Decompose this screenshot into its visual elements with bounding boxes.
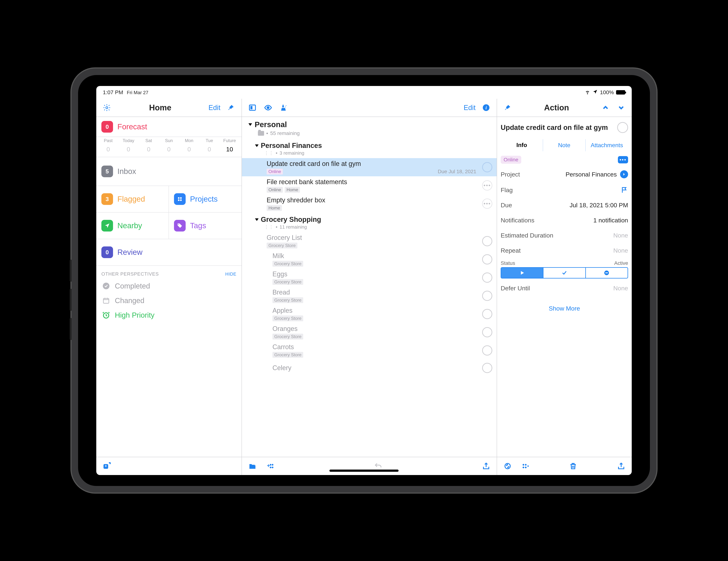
outline: Edit i Personal • 55 remaining [242, 99, 497, 475]
hide-button[interactable]: HIDE [225, 271, 236, 277]
perspective-changed[interactable]: Changed [96, 293, 242, 308]
perspective-completed[interactable]: Completed [96, 279, 242, 293]
inspector-title: Action [518, 103, 595, 112]
svg-point-3 [178, 199, 180, 201]
tag-chip[interactable]: Online [501, 156, 521, 164]
new-folder-icon[interactable]: + [247, 461, 258, 471]
field-repeat[interactable]: Repeat None [497, 243, 632, 258]
task-row[interactable]: MilkGrocery Store [242, 250, 497, 268]
task-row[interactable]: Grocery List Grocery Store [242, 232, 497, 250]
battery-icon [616, 90, 625, 94]
task-checkbox[interactable] [482, 309, 492, 319]
pin-icon[interactable] [503, 102, 513, 113]
task-row[interactable]: File recent bank statementsOnlineHome••• [242, 176, 497, 194]
tab-attachments[interactable]: Attachments [586, 139, 628, 151]
task-row[interactable]: Empty shredder boxHome••• [242, 194, 497, 213]
status-active[interactable] [501, 268, 543, 278]
forecast-day[interactable]: Mon0 [179, 138, 199, 153]
alarm-icon [101, 311, 111, 320]
sidebar-edit[interactable]: Edit [209, 104, 220, 112]
task-checkbox[interactable] [482, 236, 492, 246]
task-row[interactable]: BreadGrocery Store [242, 287, 497, 305]
check-circle-icon [101, 281, 111, 291]
perspective-inbox[interactable]: 5 Inbox [96, 157, 242, 186]
status-completed[interactable] [543, 268, 586, 278]
inspector-tabs[interactable]: Info Note Attachments [501, 139, 628, 151]
disclosure-icon[interactable] [248, 123, 252, 126]
forecast-day[interactable]: Future10 [219, 138, 240, 153]
task-row[interactable]: Update credit card on file at gymOnlineD… [242, 158, 497, 176]
task-checkbox[interactable] [482, 272, 492, 283]
disclosure-icon[interactable] [255, 144, 259, 147]
more-icon[interactable]: ••• [482, 198, 492, 209]
project-grocery-shopping[interactable]: Grocery Shopping [242, 213, 497, 224]
settings-icon[interactable] [102, 102, 112, 113]
perspective-high-priority[interactable]: High Priority [96, 308, 242, 323]
next-icon[interactable] [616, 102, 626, 113]
perspective-tags[interactable]: Tags [169, 212, 242, 239]
tab-info[interactable]: Info [501, 139, 543, 151]
delete-icon[interactable] [568, 461, 578, 471]
forecast-day[interactable]: Today0 [118, 138, 139, 153]
forecast-days[interactable]: Past0Today0Sat0Sun0Mon0Tue0Future10 [96, 137, 242, 157]
disclosure-icon[interactable] [255, 218, 259, 221]
flagged-label: Flagged [117, 195, 145, 203]
focus-icon[interactable] [247, 102, 258, 113]
field-notifications[interactable]: Notifications 1 notification [497, 213, 632, 228]
field-flag[interactable]: Flag [497, 182, 632, 198]
home-indicator[interactable] [329, 470, 399, 472]
task-checkbox[interactable] [482, 363, 492, 373]
field-project[interactable]: Project Personal Finances [497, 166, 632, 182]
task-row[interactable]: OrangesGrocery Store [242, 323, 497, 341]
task-row[interactable]: ApplesGrocery Store [242, 305, 497, 323]
goto-project-icon[interactable] [620, 170, 628, 178]
perspective-nearby[interactable]: Nearby [96, 212, 169, 239]
prev-icon[interactable] [600, 102, 611, 113]
pin-icon[interactable] [226, 102, 236, 113]
task-checkbox[interactable] [482, 327, 492, 337]
field-duration[interactable]: Estimated Duration None [497, 228, 632, 243]
task-row[interactable]: CarrotsGrocery Store [242, 341, 497, 360]
svg-point-14 [286, 105, 286, 106]
cleanup-icon[interactable] [279, 102, 289, 113]
task-row[interactable]: EggsGrocery Store [242, 268, 497, 287]
share-icon[interactable] [481, 461, 491, 471]
project-personal-finances[interactable]: Personal Finances [242, 139, 497, 150]
add-tag-icon[interactable]: ••• [618, 156, 628, 163]
svg-point-13 [267, 107, 269, 109]
task-checkbox[interactable] [617, 122, 628, 133]
share-icon[interactable] [616, 461, 626, 471]
folder-personal[interactable]: Personal [242, 117, 497, 130]
field-defer[interactable]: Defer Until None [497, 281, 632, 296]
convert-project-icon[interactable] [503, 461, 513, 471]
view-icon[interactable] [263, 102, 273, 113]
field-due[interactable]: Due Jul 18, 2021 5:00 PM [497, 198, 632, 213]
new-action-icon[interactable]: + [265, 461, 275, 471]
forecast-day[interactable]: Past0 [98, 138, 118, 153]
task-title-field[interactable]: Update credit card on file at gym [501, 124, 615, 131]
svg-point-1 [178, 197, 180, 199]
convert-group-icon[interactable] [520, 461, 530, 471]
svg-point-30 [525, 467, 527, 468]
perspective-review[interactable]: 0 Review [96, 239, 242, 266]
perspective-flagged[interactable]: 3 Flagged [96, 186, 169, 212]
status-dropped[interactable] [586, 268, 628, 278]
forecast-day[interactable]: Tue0 [199, 138, 219, 153]
task-row[interactable]: Celery [242, 360, 497, 376]
info-icon[interactable]: i [481, 102, 491, 113]
forecast-day[interactable]: Sat0 [139, 138, 159, 153]
status-segmented[interactable] [501, 267, 628, 278]
show-more-button[interactable]: Show More [497, 296, 632, 316]
flag-icon[interactable] [621, 186, 628, 194]
tab-note[interactable]: Note [543, 139, 585, 151]
task-checkbox[interactable] [482, 291, 492, 301]
perspective-projects[interactable]: Projects [169, 186, 242, 212]
add-perspective-icon[interactable]: + [102, 461, 112, 471]
task-checkbox[interactable] [482, 345, 492, 356]
task-checkbox[interactable] [482, 254, 492, 264]
more-icon[interactable]: ••• [482, 180, 492, 190]
task-checkbox[interactable] [482, 162, 492, 172]
perspective-forecast[interactable]: 0 Forecast [96, 117, 242, 137]
forecast-day[interactable]: Sun0 [159, 138, 179, 153]
outline-edit[interactable]: Edit [464, 104, 476, 112]
